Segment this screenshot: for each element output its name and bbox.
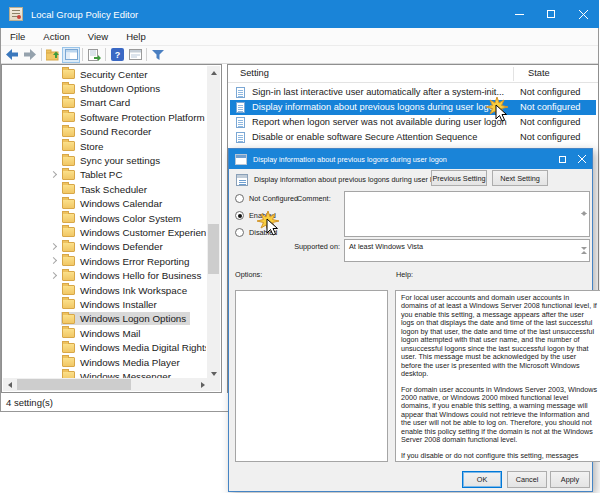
tree-item[interactable]: Windows Mail	[3, 326, 206, 340]
column-separator[interactable]	[513, 67, 514, 81]
show-console-tree-icon[interactable]	[62, 47, 80, 63]
column-header-setting[interactable]: Setting	[240, 68, 269, 78]
radio-icon[interactable]	[235, 211, 244, 220]
tree-item[interactable]: Windows Defender	[3, 240, 206, 254]
minimize-button[interactable]	[503, 0, 535, 28]
svg-text:?: ?	[114, 50, 120, 60]
next-setting-button[interactable]: Next Setting	[492, 170, 548, 186]
tree-item[interactable]: Windows Calendar	[3, 197, 206, 211]
folder-icon	[62, 299, 75, 309]
dialog-close-button[interactable]	[572, 149, 592, 169]
expand-chevron-icon[interactable]	[47, 269, 61, 283]
forward-icon[interactable]	[21, 47, 39, 63]
radio-option[interactable]: Disabled	[235, 224, 298, 241]
dialog-titlebar: Display information about previous logon…	[229, 149, 592, 169]
help-icon[interactable]: ?	[108, 47, 126, 63]
supported-on-textbox[interactable]: At least Windows Vista	[344, 239, 590, 262]
expand-chevron-icon[interactable]	[47, 240, 61, 254]
previous-setting-button[interactable]: Previous Setting	[431, 170, 487, 186]
tree-horizontal-scrollbar[interactable]	[3, 378, 209, 391]
radio-option[interactable]: Not Configured	[235, 190, 298, 207]
radio-option[interactable]: Enabled	[235, 207, 298, 224]
tree-item[interactable]: Windows Color System	[3, 211, 206, 225]
folder-icon	[62, 184, 75, 194]
tree-vertical-scrollbar[interactable]	[207, 66, 220, 380]
dialog-maximize-button[interactable]	[552, 149, 572, 169]
help-label: Help:	[396, 270, 413, 279]
setting-row[interactable]: Disable or enable software Secure Attent…	[230, 130, 596, 145]
help-paragraph: For local user accounts and domain user …	[401, 294, 598, 379]
policy-setting-dialog: Display information about previous logon…	[228, 148, 593, 492]
tree-item[interactable]: Windows Hello for Business	[3, 268, 206, 282]
tree-item[interactable]: Windows Error Reporting	[3, 254, 206, 268]
help-panel: For local user accounts and domain user …	[395, 290, 600, 462]
tree-item[interactable]: Windows Customer Experience	[3, 225, 206, 239]
folder-icon	[62, 170, 75, 180]
toolbar-separator	[82, 48, 83, 61]
setting-row[interactable]: Report when logon server was not availab…	[230, 115, 596, 130]
console-tree-pane: Security Center Shutdown Options Smart C…	[1, 64, 222, 393]
scroll-left-arrow[interactable]	[3, 378, 16, 391]
cancel-button[interactable]: Cancel	[507, 471, 547, 488]
menu-item[interactable]: File	[1, 31, 34, 42]
folder-icon	[62, 271, 75, 281]
tree-item[interactable]: Windows Media Digital Rights	[3, 340, 206, 354]
export-list-icon[interactable]	[85, 47, 103, 63]
settings-rows: Sign-in last interactive user automatica…	[230, 85, 596, 145]
radio-icon[interactable]	[235, 194, 244, 203]
tree-item[interactable]: Task Scheduler	[3, 182, 206, 196]
close-button[interactable]	[567, 0, 599, 28]
menu-item[interactable]: Action	[34, 31, 78, 42]
radio-icon[interactable]	[235, 228, 244, 237]
apply-button[interactable]: Apply	[550, 471, 590, 488]
comment-textbox[interactable]	[344, 191, 590, 237]
scroll-up-arrow[interactable]	[207, 66, 220, 79]
column-header-state[interactable]: State	[528, 68, 550, 78]
horizontal-scroll-thumb[interactable]	[17, 379, 131, 390]
scroll-up-arrow[interactable]	[581, 194, 587, 212]
setting-row[interactable]: Sign-in last interactive user automatica…	[230, 85, 596, 100]
folder-icon	[62, 227, 75, 237]
tree-item[interactable]: Smart Card	[3, 96, 206, 110]
setting-state: Not configured	[520, 102, 580, 112]
tree-item[interactable]: Software Protection Platform	[3, 110, 206, 124]
policy-setting-icon	[236, 132, 245, 143]
tree-item[interactable]: Windows Messenger	[3, 369, 206, 378]
toolbar: ?	[1, 46, 598, 64]
expand-chevron-icon[interactable]	[47, 168, 61, 182]
scroll-down-arrow[interactable]	[581, 250, 587, 259]
tree-item[interactable]: Tablet PC	[3, 168, 206, 182]
main-titlebar: Local Group Policy Editor	[0, 0, 599, 28]
tree-item[interactable]: Security Center	[3, 67, 206, 81]
tree-item[interactable]: Store	[3, 139, 206, 153]
show-window-icon[interactable]	[126, 47, 144, 63]
back-icon[interactable]	[3, 47, 21, 63]
setting-row[interactable]: Display information about previous logon…	[230, 100, 596, 115]
tree-item[interactable]: Windows Media Player	[3, 355, 206, 369]
maximize-button[interactable]	[535, 0, 567, 28]
menu-item[interactable]: Help	[117, 31, 155, 42]
supported-on-label: Supported on:	[259, 242, 340, 251]
policy-setting-icon	[236, 174, 248, 186]
dialog-setting-title: Display information about previous logon…	[254, 175, 448, 184]
menu-item[interactable]: View	[79, 31, 117, 42]
tree-item[interactable]: Windows Ink Workspace	[3, 283, 206, 297]
comment-label: Comment:	[297, 194, 331, 203]
tree-item[interactable]: Sound Recorder	[3, 125, 206, 139]
filter-icon[interactable]	[149, 47, 167, 63]
folder-icon	[62, 242, 75, 252]
folder-icon	[62, 371, 75, 378]
tree-item[interactable]: Windows Logon Options	[3, 312, 206, 326]
tree-item[interactable]: Windows Installer	[3, 297, 206, 311]
expand-chevron-icon[interactable]	[47, 254, 61, 268]
scroll-down-arrow[interactable]	[581, 216, 587, 234]
tree-item[interactable]: Shutdown Options	[3, 81, 206, 95]
up-one-level-icon[interactable]	[44, 47, 62, 63]
folder-icon	[62, 357, 75, 367]
vertical-scroll-thumb[interactable]	[208, 224, 219, 274]
tree-item[interactable]: Sync your settings	[3, 153, 206, 167]
minimize-icon	[515, 14, 524, 15]
ok-button[interactable]: OK	[462, 471, 502, 488]
options-panel[interactable]	[235, 290, 388, 462]
policy-setting-icon	[236, 87, 245, 98]
